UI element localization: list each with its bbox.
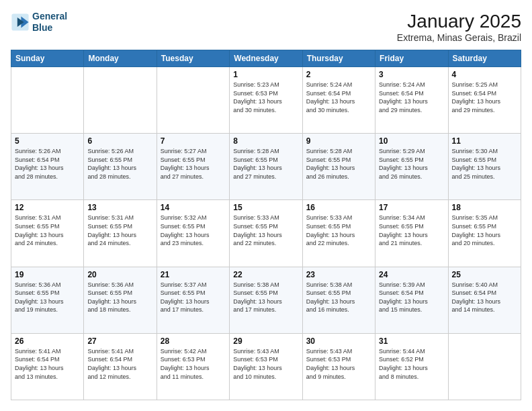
- calendar-table: Sunday Monday Tuesday Wednesday Thursday…: [11, 50, 521, 400]
- cell-w1-d1: 6Sunrise: 5:26 AM Sunset: 6:55 PM Daylig…: [84, 134, 157, 200]
- day-info-3: Sunrise: 5:24 AM Sunset: 6:54 PM Dayligh…: [379, 81, 444, 114]
- day-num-21: 21: [161, 270, 226, 279]
- cell-w0-d6: 4Sunrise: 5:25 AM Sunset: 6:54 PM Daylig…: [448, 67, 521, 134]
- day-info-30: Sunrise: 5:43 AM Sunset: 6:53 PM Dayligh…: [306, 347, 371, 381]
- cell-w3-d4: 23Sunrise: 5:38 AM Sunset: 6:55 PM Dayli…: [302, 267, 375, 333]
- day-num-27: 27: [87, 336, 152, 346]
- day-num-31: 31: [379, 336, 444, 346]
- day-num-22: 22: [233, 270, 298, 279]
- day-num-10: 10: [379, 136, 444, 146]
- th-sunday: Sunday: [11, 50, 84, 67]
- day-num-2: 2: [306, 70, 371, 79]
- month-title: January 2025: [397, 11, 521, 32]
- cell-w4-d0: 26Sunrise: 5:41 AM Sunset: 6:54 PM Dayli…: [11, 333, 84, 400]
- logo-icon: [11, 13, 30, 32]
- day-num-15: 15: [233, 203, 298, 212]
- day-info-27: Sunrise: 5:41 AM Sunset: 6:54 PM Dayligh…: [87, 347, 152, 381]
- th-wednesday: Wednesday: [230, 50, 302, 67]
- day-info-28: Sunrise: 5:42 AM Sunset: 6:53 PM Dayligh…: [161, 347, 226, 381]
- day-num-29: 29: [233, 336, 298, 346]
- cell-w2-d6: 18Sunrise: 5:35 AM Sunset: 6:55 PM Dayli…: [448, 200, 521, 267]
- day-info-17: Sunrise: 5:34 AM Sunset: 6:55 PM Dayligh…: [379, 214, 444, 247]
- logo-text: General Blue: [32, 11, 67, 34]
- cell-w1-d4: 9Sunrise: 5:28 AM Sunset: 6:55 PM Daylig…: [302, 134, 375, 200]
- th-monday: Monday: [84, 50, 157, 67]
- cell-w0-d0: [11, 67, 84, 134]
- day-info-29: Sunrise: 5:43 AM Sunset: 6:53 PM Dayligh…: [233, 347, 298, 381]
- day-num-26: 26: [15, 336, 80, 346]
- cell-w3-d6: 25Sunrise: 5:40 AM Sunset: 6:54 PM Dayli…: [448, 267, 521, 333]
- cell-w1-d2: 7Sunrise: 5:27 AM Sunset: 6:55 PM Daylig…: [157, 134, 229, 200]
- th-thursday: Thursday: [302, 50, 375, 67]
- day-info-4: Sunrise: 5:25 AM Sunset: 6:54 PM Dayligh…: [452, 81, 517, 114]
- day-num-13: 13: [87, 203, 152, 212]
- day-info-22: Sunrise: 5:38 AM Sunset: 6:55 PM Dayligh…: [233, 281, 298, 314]
- page: General Blue January 2025 Extrema, Minas…: [0, 0, 532, 411]
- day-num-20: 20: [87, 270, 152, 279]
- day-info-8: Sunrise: 5:28 AM Sunset: 6:55 PM Dayligh…: [233, 147, 298, 181]
- header: General Blue January 2025 Extrema, Minas…: [11, 11, 521, 43]
- week-row-3: 19Sunrise: 5:36 AM Sunset: 6:55 PM Dayli…: [11, 267, 521, 333]
- day-num-28: 28: [161, 336, 226, 346]
- cell-w3-d2: 21Sunrise: 5:37 AM Sunset: 6:55 PM Dayli…: [157, 267, 229, 333]
- day-info-13: Sunrise: 5:31 AM Sunset: 6:55 PM Dayligh…: [87, 214, 152, 247]
- day-info-14: Sunrise: 5:32 AM Sunset: 6:55 PM Dayligh…: [161, 214, 226, 247]
- day-info-7: Sunrise: 5:27 AM Sunset: 6:55 PM Dayligh…: [161, 147, 226, 181]
- th-friday: Friday: [375, 50, 448, 67]
- day-info-2: Sunrise: 5:24 AM Sunset: 6:54 PM Dayligh…: [306, 81, 371, 114]
- cell-w2-d4: 16Sunrise: 5:33 AM Sunset: 6:55 PM Dayli…: [302, 200, 375, 267]
- cell-w2-d5: 17Sunrise: 5:34 AM Sunset: 6:55 PM Dayli…: [375, 200, 448, 267]
- week-row-4: 26Sunrise: 5:41 AM Sunset: 6:54 PM Dayli…: [11, 333, 521, 400]
- cell-w4-d3: 29Sunrise: 5:43 AM Sunset: 6:53 PM Dayli…: [230, 333, 302, 400]
- day-num-11: 11: [452, 136, 517, 146]
- day-info-24: Sunrise: 5:39 AM Sunset: 6:54 PM Dayligh…: [379, 281, 444, 314]
- cell-w1-d6: 11Sunrise: 5:30 AM Sunset: 6:55 PM Dayli…: [448, 134, 521, 200]
- day-num-25: 25: [452, 270, 517, 279]
- day-num-14: 14: [161, 203, 226, 212]
- cell-w4-d2: 28Sunrise: 5:42 AM Sunset: 6:53 PM Dayli…: [157, 333, 229, 400]
- cell-w0-d2: [157, 67, 229, 134]
- cell-w2-d3: 15Sunrise: 5:33 AM Sunset: 6:55 PM Dayli…: [230, 200, 302, 267]
- cell-w0-d4: 2Sunrise: 5:24 AM Sunset: 6:54 PM Daylig…: [302, 67, 375, 134]
- day-info-18: Sunrise: 5:35 AM Sunset: 6:55 PM Dayligh…: [452, 214, 517, 247]
- location-subtitle: Extrema, Minas Gerais, Brazil: [397, 32, 521, 43]
- day-info-12: Sunrise: 5:31 AM Sunset: 6:55 PM Dayligh…: [15, 214, 80, 247]
- logo-line1: General: [32, 11, 67, 21]
- day-info-11: Sunrise: 5:30 AM Sunset: 6:55 PM Dayligh…: [452, 147, 517, 181]
- day-info-5: Sunrise: 5:26 AM Sunset: 6:54 PM Dayligh…: [15, 147, 80, 181]
- day-num-6: 6: [87, 136, 152, 146]
- th-tuesday: Tuesday: [157, 50, 229, 67]
- cell-w0-d5: 3Sunrise: 5:24 AM Sunset: 6:54 PM Daylig…: [375, 67, 448, 134]
- logo-line2: Blue: [32, 22, 52, 33]
- day-num-12: 12: [15, 203, 80, 212]
- cell-w3-d1: 20Sunrise: 5:36 AM Sunset: 6:55 PM Dayli…: [84, 267, 157, 333]
- day-info-6: Sunrise: 5:26 AM Sunset: 6:55 PM Dayligh…: [87, 147, 152, 181]
- cell-w3-d0: 19Sunrise: 5:36 AM Sunset: 6:55 PM Dayli…: [11, 267, 84, 333]
- th-saturday: Saturday: [448, 50, 521, 67]
- day-num-30: 30: [306, 336, 371, 346]
- cell-w4-d5: 31Sunrise: 5:44 AM Sunset: 6:52 PM Dayli…: [375, 333, 448, 400]
- title-block: January 2025 Extrema, Minas Gerais, Braz…: [397, 11, 521, 43]
- day-num-5: 5: [15, 136, 80, 146]
- day-info-23: Sunrise: 5:38 AM Sunset: 6:55 PM Dayligh…: [306, 281, 371, 314]
- cell-w4-d6: [448, 333, 521, 400]
- day-info-1: Sunrise: 5:23 AM Sunset: 6:53 PM Dayligh…: [233, 81, 298, 114]
- cell-w1-d5: 10Sunrise: 5:29 AM Sunset: 6:55 PM Dayli…: [375, 134, 448, 200]
- day-num-1: 1: [233, 70, 298, 79]
- day-num-24: 24: [379, 270, 444, 279]
- day-num-23: 23: [306, 270, 371, 279]
- day-num-9: 9: [306, 136, 371, 146]
- logo: General Blue: [11, 11, 67, 34]
- cell-w0-d1: [84, 67, 157, 134]
- week-row-1: 5Sunrise: 5:26 AM Sunset: 6:54 PM Daylig…: [11, 134, 521, 200]
- cell-w4-d4: 30Sunrise: 5:43 AM Sunset: 6:53 PM Dayli…: [302, 333, 375, 400]
- day-info-31: Sunrise: 5:44 AM Sunset: 6:52 PM Dayligh…: [379, 347, 444, 381]
- day-num-16: 16: [306, 203, 371, 212]
- day-info-16: Sunrise: 5:33 AM Sunset: 6:55 PM Dayligh…: [306, 214, 371, 247]
- day-info-21: Sunrise: 5:37 AM Sunset: 6:55 PM Dayligh…: [161, 281, 226, 314]
- cell-w2-d1: 13Sunrise: 5:31 AM Sunset: 6:55 PM Dayli…: [84, 200, 157, 267]
- cell-w1-d3: 8Sunrise: 5:28 AM Sunset: 6:55 PM Daylig…: [230, 134, 302, 200]
- week-row-0: 1Sunrise: 5:23 AM Sunset: 6:53 PM Daylig…: [11, 67, 521, 134]
- day-info-9: Sunrise: 5:28 AM Sunset: 6:55 PM Dayligh…: [306, 147, 371, 181]
- day-num-7: 7: [161, 136, 226, 146]
